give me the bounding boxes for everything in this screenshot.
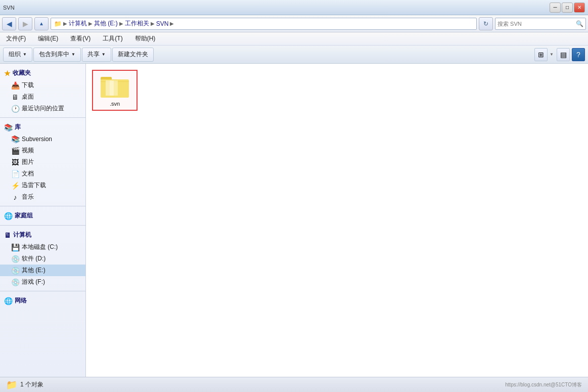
search-icon[interactable]: 🔍 [576,20,583,27]
favorites-label: 收藏夹 [13,69,31,77]
sidebar-item-d-drive[interactable]: 💿 软件 (D:) [0,253,85,265]
main-container: ★ 收藏夹 📥 下载 🖥 桌面 🕐 最近访问的位置 📚 库 [0,64,588,377]
sidebar-header-computer[interactable]: 🖥 计算机 [0,229,85,241]
download-icon: 📥 [11,81,19,90]
back-button[interactable]: ◀ [2,17,16,30]
desktop-label: 桌面 [22,93,34,101]
menu-bar: 文件(F) 编辑(E) 查看(V) 工具(T) 帮助(H) [0,32,588,46]
breadcrumb-sep3: ▶ [119,21,123,26]
breadcrumb-drive[interactable]: 其他 (E:) [94,19,118,28]
d-drive-icon: 💿 [11,255,19,263]
sidebar-section-homegroup: 🌐 家庭组 [0,209,85,222]
sidebar-item-music[interactable]: ♪ 音乐 [0,191,85,203]
minimize-button[interactable]: ─ [550,3,561,13]
pictures-icon: 🖼 [11,158,19,166]
c-drive-icon: 💾 [11,243,19,251]
preview-pane-button[interactable]: ▤ [557,48,570,61]
breadcrumb-item[interactable]: 📁 [54,20,62,27]
star-icon: ★ [4,69,11,77]
title-text: SVN [3,5,15,11]
folder-item-svn[interactable]: .svn [92,70,138,111]
organize-label: 组织 [9,50,21,59]
search-box[interactable]: 🔍 [495,18,586,30]
recent-icon: 🕐 [11,105,19,113]
sidebar-section-favorites: ★ 收藏夹 📥 下载 🖥 桌面 🕐 最近访问的位置 [0,67,85,114]
sidebar-item-video[interactable]: 🎬 视频 [0,145,85,156]
sidebar-header-homegroup[interactable]: 🌐 家庭组 [0,209,85,222]
window-controls: ─ □ ✕ [550,3,585,13]
sidebar-header-network[interactable]: 🌐 网络 [0,294,85,307]
sidebar-divider-4 [0,291,85,291]
c-drive-label: 本地磁盘 (C:) [22,243,58,251]
sidebar-item-f-drive[interactable]: 💿 游戏 (F:) [0,276,85,288]
toolbar: 组织 ▼ 包含到库中 ▼ 共享 ▼ 新建文件夹 ⊞ ▼ ▤ ? [0,46,588,64]
sidebar-item-download[interactable]: 📥 下载 [0,79,85,91]
sidebar-divider-3 [0,225,85,226]
status-count: 1 个对象 [20,380,43,389]
sidebar-item-desktop[interactable]: 🖥 桌面 [0,91,85,103]
help-button[interactable]: ? [572,48,585,61]
documents-icon: 📄 [11,170,19,178]
breadcrumb-svn[interactable]: SVN [156,20,169,27]
breadcrumb-sep: ▶ [63,21,67,26]
menu-edit[interactable]: 编辑(E) [36,33,60,44]
network-label: 网络 [15,296,27,305]
breadcrumb-computer[interactable]: 计算机 [69,19,87,28]
download-label: 下载 [22,81,34,90]
pictures-label: 图片 [22,158,34,166]
include-library-button[interactable]: 包含到库中 ▼ [33,48,81,62]
computer-icon: 🖥 [4,231,11,239]
sidebar-divider-2 [0,206,85,206]
sidebar-item-thunder[interactable]: ⚡ 迅雷下载 [0,180,85,191]
sidebar: ★ 收藏夹 📥 下载 🖥 桌面 🕐 最近访问的位置 📚 库 [0,64,86,377]
close-button[interactable]: ✕ [574,3,585,13]
address-bar: ◀ ▶ ▲ 📁 ▶ 计算机 ▶ 其他 (E:) ▶ 工作相关 ▶ SVN ▶ ↻… [0,15,588,32]
f-drive-icon: 💿 [11,278,19,286]
share-arrow: ▼ [102,52,106,57]
new-folder-button[interactable]: 新建文件夹 [112,48,154,62]
folder-icon-svg [100,74,130,99]
forward-button[interactable]: ▶ [18,17,32,30]
sidebar-item-subversion[interactable]: 📚 Subversion [0,134,85,145]
menu-file[interactable]: 文件(F) [4,33,28,44]
d-drive-label: 软件 (D:) [22,254,46,263]
video-icon: 🎬 [11,147,19,155]
video-label: 视频 [22,146,34,155]
sidebar-header-library[interactable]: 📚 库 [0,121,85,134]
up-button[interactable]: ▲ [34,17,49,30]
sidebar-item-recent[interactable]: 🕐 最近访问的位置 [0,103,85,114]
homegroup-label: 家庭组 [15,211,33,220]
sidebar-item-documents[interactable]: 📄 文档 [0,168,85,180]
toolbar-right: ⊞ ▼ ▤ ? [534,48,585,61]
menu-tools[interactable]: 工具(T) [101,33,124,44]
homegroup-icon: 🌐 [4,212,13,220]
view-mode-button[interactable]: ⊞ [534,48,548,61]
share-button[interactable]: 共享 ▼ [82,48,111,62]
thunder-label: 迅雷下载 [22,181,46,190]
sidebar-item-pictures[interactable]: 🖼 图片 [0,156,85,168]
menu-help[interactable]: 帮助(H) [133,33,158,44]
subversion-label: Subversion [22,136,52,143]
music-label: 音乐 [22,193,34,201]
organize-arrow: ▼ [23,52,27,57]
maximize-button[interactable]: □ [562,3,573,13]
sidebar-header-favorites[interactable]: ★ 收藏夹 [0,67,85,79]
title-bar: SVN ─ □ ✕ [0,0,588,15]
e-drive-label: 其他 (E:) [22,266,46,275]
organize-button[interactable]: 组织 ▼ [3,48,32,62]
documents-label: 文档 [22,169,34,178]
sidebar-item-c-drive[interactable]: 💾 本地磁盘 (C:) [0,241,85,253]
library-icon: 📚 [4,123,13,132]
search-input[interactable] [497,21,576,27]
subversion-icon: 📚 [11,135,19,143]
refresh-button[interactable]: ↻ [479,17,493,30]
menu-view[interactable]: 查看(V) [68,33,93,44]
breadcrumb-end: ▶ [170,21,174,26]
breadcrumb-sep4: ▶ [151,21,155,26]
view-arrow[interactable]: ▼ [550,52,554,57]
breadcrumb[interactable]: 📁 ▶ 计算机 ▶ 其他 (E:) ▶ 工作相关 ▶ SVN ▶ [51,18,477,30]
breadcrumb-work[interactable]: 工作相关 [125,19,149,28]
include-arrow: ▼ [71,52,75,57]
folder-label: .svn [110,101,120,107]
sidebar-item-e-drive[interactable]: 💿 其他 (E:) [0,265,85,276]
